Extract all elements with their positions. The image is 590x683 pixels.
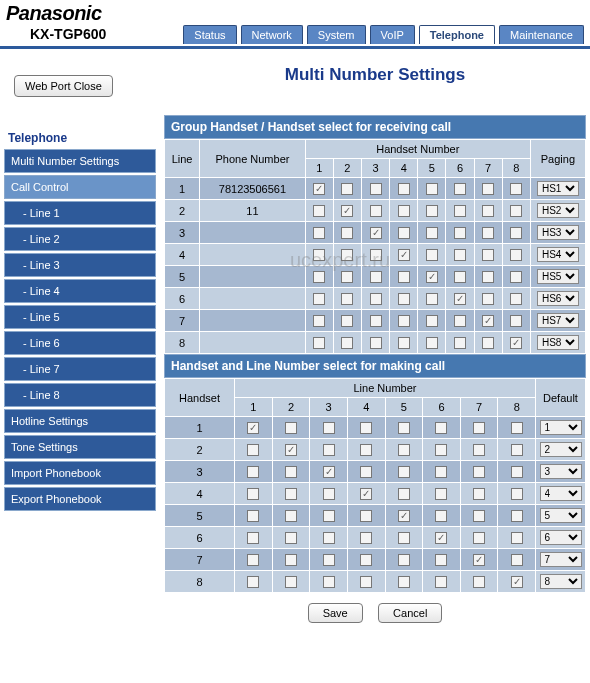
handset-checkbox[interactable] xyxy=(398,315,410,327)
line-checkbox[interactable] xyxy=(473,576,485,588)
line-checkbox[interactable] xyxy=(247,466,259,478)
line-checkbox[interactable] xyxy=(323,444,335,456)
line-checkbox[interactable] xyxy=(435,576,447,588)
line-checkbox[interactable] xyxy=(511,466,523,478)
handset-checkbox[interactable] xyxy=(370,315,382,327)
line-checkbox[interactable] xyxy=(360,422,372,434)
handset-checkbox[interactable] xyxy=(510,337,522,349)
paging-select[interactable]: HS7 xyxy=(537,313,579,328)
handset-checkbox[interactable] xyxy=(510,227,522,239)
line-checkbox[interactable] xyxy=(360,532,372,544)
line-checkbox[interactable] xyxy=(511,444,523,456)
line-checkbox[interactable] xyxy=(398,576,410,588)
paging-select[interactable]: HS5 xyxy=(537,269,579,284)
sidebar-item[interactable]: Multi Number Settings xyxy=(4,149,156,173)
handset-checkbox[interactable] xyxy=(313,315,325,327)
line-checkbox[interactable] xyxy=(247,532,259,544)
handset-checkbox[interactable] xyxy=(454,271,466,283)
line-checkbox[interactable] xyxy=(323,466,335,478)
handset-checkbox[interactable] xyxy=(454,227,466,239)
sidebar-item[interactable]: - Line 2 xyxy=(4,227,156,251)
default-select[interactable]: 2 xyxy=(540,442,582,457)
line-checkbox[interactable] xyxy=(511,510,523,522)
line-checkbox[interactable] xyxy=(398,532,410,544)
line-checkbox[interactable] xyxy=(511,576,523,588)
handset-checkbox[interactable] xyxy=(370,293,382,305)
line-checkbox[interactable] xyxy=(398,488,410,500)
handset-checkbox[interactable] xyxy=(398,205,410,217)
handset-checkbox[interactable] xyxy=(482,227,494,239)
handset-checkbox[interactable] xyxy=(398,337,410,349)
handset-checkbox[interactable] xyxy=(482,315,494,327)
handset-checkbox[interactable] xyxy=(341,293,353,305)
handset-checkbox[interactable] xyxy=(482,337,494,349)
handset-checkbox[interactable] xyxy=(341,227,353,239)
handset-checkbox[interactable] xyxy=(398,249,410,261)
line-checkbox[interactable] xyxy=(323,532,335,544)
line-checkbox[interactable] xyxy=(398,422,410,434)
line-checkbox[interactable] xyxy=(360,466,372,478)
handset-checkbox[interactable] xyxy=(510,183,522,195)
line-checkbox[interactable] xyxy=(247,554,259,566)
line-checkbox[interactable] xyxy=(511,422,523,434)
paging-select[interactable]: HS8 xyxy=(537,335,579,350)
tab-network[interactable]: Network xyxy=(241,25,303,44)
line-checkbox[interactable] xyxy=(323,554,335,566)
line-checkbox[interactable] xyxy=(435,532,447,544)
default-select[interactable]: 3 xyxy=(540,464,582,479)
paging-select[interactable]: HS3 xyxy=(537,225,579,240)
handset-checkbox[interactable] xyxy=(370,183,382,195)
handset-checkbox[interactable] xyxy=(370,271,382,283)
handset-checkbox[interactable] xyxy=(510,293,522,305)
handset-checkbox[interactable] xyxy=(313,271,325,283)
default-select[interactable]: 4 xyxy=(540,486,582,501)
handset-checkbox[interactable] xyxy=(510,315,522,327)
line-checkbox[interactable] xyxy=(247,422,259,434)
handset-checkbox[interactable] xyxy=(426,271,438,283)
sidebar-item[interactable]: - Line 8 xyxy=(4,383,156,407)
sidebar-item[interactable]: - Line 6 xyxy=(4,331,156,355)
handset-checkbox[interactable] xyxy=(482,205,494,217)
handset-checkbox[interactable] xyxy=(454,205,466,217)
handset-checkbox[interactable] xyxy=(454,249,466,261)
sidebar-item[interactable]: Import Phonebook xyxy=(4,461,156,485)
line-checkbox[interactable] xyxy=(435,554,447,566)
line-checkbox[interactable] xyxy=(398,554,410,566)
handset-checkbox[interactable] xyxy=(454,315,466,327)
line-checkbox[interactable] xyxy=(511,532,523,544)
line-checkbox[interactable] xyxy=(285,554,297,566)
handset-checkbox[interactable] xyxy=(313,183,325,195)
handset-checkbox[interactable] xyxy=(313,227,325,239)
handset-checkbox[interactable] xyxy=(454,337,466,349)
default-select[interactable]: 8 xyxy=(540,574,582,589)
line-checkbox[interactable] xyxy=(435,510,447,522)
line-checkbox[interactable] xyxy=(473,444,485,456)
handset-checkbox[interactable] xyxy=(510,249,522,261)
line-checkbox[interactable] xyxy=(511,554,523,566)
handset-checkbox[interactable] xyxy=(426,249,438,261)
line-checkbox[interactable] xyxy=(511,488,523,500)
handset-checkbox[interactable] xyxy=(426,183,438,195)
line-checkbox[interactable] xyxy=(323,488,335,500)
line-checkbox[interactable] xyxy=(285,466,297,478)
handset-checkbox[interactable] xyxy=(454,293,466,305)
line-checkbox[interactable] xyxy=(285,510,297,522)
paging-select[interactable]: HS2 xyxy=(537,203,579,218)
handset-checkbox[interactable] xyxy=(398,293,410,305)
line-checkbox[interactable] xyxy=(398,444,410,456)
handset-checkbox[interactable] xyxy=(426,337,438,349)
handset-checkbox[interactable] xyxy=(398,227,410,239)
handset-checkbox[interactable] xyxy=(426,293,438,305)
save-button[interactable]: Save xyxy=(308,603,363,623)
line-checkbox[interactable] xyxy=(473,422,485,434)
handset-checkbox[interactable] xyxy=(341,271,353,283)
line-checkbox[interactable] xyxy=(247,576,259,588)
handset-checkbox[interactable] xyxy=(341,315,353,327)
handset-checkbox[interactable] xyxy=(313,337,325,349)
line-checkbox[interactable] xyxy=(247,488,259,500)
web-port-close-button[interactable]: Web Port Close xyxy=(14,75,113,97)
handset-checkbox[interactable] xyxy=(482,249,494,261)
handset-checkbox[interactable] xyxy=(341,337,353,349)
sidebar-item[interactable]: Tone Settings xyxy=(4,435,156,459)
sidebar-item[interactable]: - Line 5 xyxy=(4,305,156,329)
